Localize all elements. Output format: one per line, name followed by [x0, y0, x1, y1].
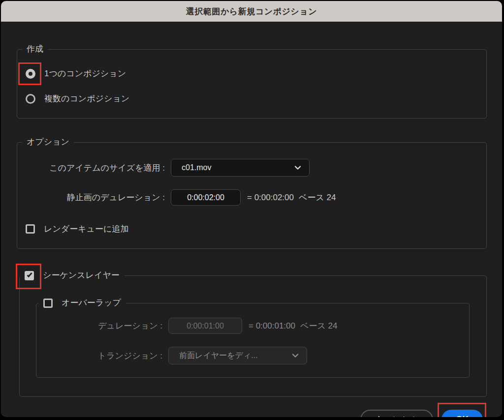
options-group: オプション このアイテムのサイズを適用 : c01.mov 静止画のデュレーショ…: [17, 136, 487, 249]
overlap-label: オーバーラップ: [62, 297, 121, 309]
radio-dot-icon: [29, 97, 32, 101]
dialog-title: 選択範囲から新規コンポジション: [186, 6, 317, 17]
overlap-duration-base: ベース 24: [300, 320, 337, 331]
sequence-layers-label: シーケンスレイヤー: [43, 270, 120, 281]
multiple-composition-row: 複数のコンポジション: [17, 93, 486, 104]
create-group: 作成 1つのコンポジション 複数のコンポジション: [17, 43, 487, 119]
sequence-layers-group: シーケンスレイヤー オーバーラップ デュレーション : = 0:00:01:00…: [19, 270, 487, 397]
multiple-composition-radio[interactable]: [26, 94, 35, 104]
transition-row: トランジション : 前面レイヤーをディ...: [36, 347, 469, 364]
radio-dot-icon: [29, 72, 32, 76]
render-queue-checkbox[interactable]: [26, 224, 35, 234]
ok-button[interactable]: OK: [441, 410, 483, 417]
sequence-layers-checkbox[interactable]: [25, 271, 34, 280]
apply-size-value: c01.mov: [182, 163, 293, 172]
overlap-duration-equals: = 0:00:01:00: [249, 321, 295, 331]
apply-size-dropdown[interactable]: c01.mov: [171, 159, 310, 177]
single-composition-label: 1つのコンポジション: [44, 68, 126, 79]
options-group-legend: オプション: [22, 136, 74, 148]
dialog-button-row: キャンセル OK: [1, 410, 502, 417]
overlap-duration-input: [168, 318, 242, 334]
chevron-down-icon: [291, 351, 300, 360]
multiple-composition-label: 複数のコンポジション: [44, 93, 129, 104]
overlap-group: オーバーラップ デュレーション : = 0:00:01:00 ベース 24 トラ…: [36, 297, 470, 378]
single-composition-row: 1つのコンポジション: [17, 68, 486, 79]
sequence-layers-legend: シーケンスレイヤー: [20, 270, 125, 281]
still-duration-row: 静止画のデュレーション : = 0:00:02:00 ベース 24: [17, 189, 486, 206]
overlap-duration-label: デュレーション :: [36, 320, 162, 331]
overlap-legend: オーバーラップ: [38, 297, 126, 309]
still-duration-input[interactable]: [171, 189, 241, 206]
apply-size-label: このアイテムのサイズを適用 :: [17, 162, 165, 174]
cancel-button[interactable]: キャンセル: [360, 410, 433, 417]
still-duration-base: ベース 24: [299, 192, 336, 203]
overlap-checkbox[interactable]: [43, 299, 53, 308]
chevron-down-icon: [293, 163, 302, 172]
check-icon: [27, 271, 32, 277]
still-duration-equals: = 0:00:02:00: [247, 193, 294, 203]
transition-value: 前面レイヤーをディ...: [179, 351, 291, 361]
overlap-duration-row: デュレーション : = 0:00:01:00 ベース 24: [36, 318, 469, 334]
single-composition-radio[interactable]: [26, 69, 35, 79]
render-queue-row: レンダーキューに追加: [17, 223, 486, 235]
still-duration-label: 静止画のデュレーション :: [17, 192, 165, 203]
dialog-titlebar[interactable]: 選択範囲から新規コンポジション: [1, 1, 502, 22]
transition-dropdown: 前面レイヤーをディ...: [168, 347, 307, 364]
render-queue-label: レンダーキューに追加: [44, 223, 128, 235]
apply-size-row: このアイテムのサイズを適用 : c01.mov: [17, 159, 486, 177]
transition-label: トランジション :: [36, 350, 162, 361]
new-composition-dialog: 選択範囲から新規コンポジション 作成 1つのコンポジション 複数のコンポジション…: [1, 1, 502, 417]
create-group-legend: 作成: [22, 43, 48, 55]
